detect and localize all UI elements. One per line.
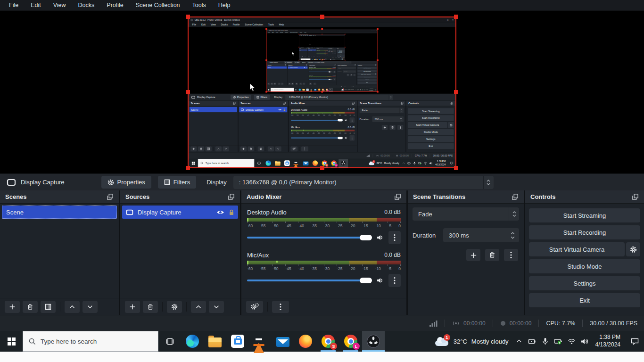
virtual-camera-settings-button[interactable] bbox=[626, 242, 640, 256]
popout-icon[interactable] bbox=[512, 193, 519, 200]
add-transition-button[interactable] bbox=[347, 74, 349, 75]
selection-handle[interactable] bbox=[377, 90, 379, 92]
volume-slider[interactable] bbox=[309, 71, 330, 72]
selection-handle[interactable] bbox=[298, 46, 299, 47]
remove-scene-button[interactable] bbox=[23, 301, 38, 313]
mixer-menu-button[interactable] bbox=[314, 82, 316, 84]
duration-spinbox[interactable]: 300 ms bbox=[343, 70, 356, 72]
taskbar-search-input[interactable]: Type here to search bbox=[198, 158, 254, 167]
virtual-camera-settings-button[interactable] bbox=[344, 52, 345, 53]
taskbar-firefox[interactable] bbox=[317, 88, 321, 91]
popout-icon[interactable] bbox=[107, 193, 114, 200]
studio-mode-button[interactable]: Studio Mode bbox=[337, 53, 345, 54]
wifi-tray-button[interactable] bbox=[566, 331, 578, 352]
remove-source-button[interactable] bbox=[291, 82, 294, 84]
selection-handle[interactable] bbox=[345, 33, 346, 34]
popout-icon[interactable] bbox=[394, 193, 401, 200]
lock-icon[interactable] bbox=[229, 209, 234, 215]
action-center-button[interactable] bbox=[625, 331, 644, 352]
settings-button[interactable]: Settings bbox=[529, 276, 640, 290]
exit-button[interactable]: Exit bbox=[357, 81, 377, 83]
menu-item[interactable]: Tools bbox=[186, 0, 212, 11]
volume-tray-button[interactable] bbox=[579, 331, 591, 352]
taskbar-search-input[interactable]: Type here to search bbox=[301, 58, 310, 59]
start-recording-button[interactable]: Start Recording bbox=[357, 69, 377, 72]
source-list-item[interactable]: Display Capture bbox=[122, 206, 238, 219]
combo-arrows-icon[interactable] bbox=[335, 49, 336, 50]
advanced-audio-button[interactable] bbox=[246, 301, 263, 313]
taskbar-vlc[interactable] bbox=[292, 158, 301, 167]
transition-select[interactable]: Fade bbox=[360, 107, 404, 113]
source-list-item[interactable]: Display Capture bbox=[239, 107, 287, 112]
channel-menu-button[interactable] bbox=[333, 70, 335, 73]
taskbar-file-explorer[interactable] bbox=[204, 331, 226, 352]
taskbar-obs[interactable] bbox=[329, 88, 333, 91]
display-capture-selection[interactable]: OBS 30.0.2 - Profile: Untitled - Scenes:… bbox=[266, 29, 378, 91]
taskbar-search-input[interactable]: Type here to search bbox=[23, 331, 158, 352]
visibility-eye-icon[interactable] bbox=[216, 210, 224, 215]
combo-arrows-icon[interactable] bbox=[354, 66, 356, 69]
transition-menu-button[interactable] bbox=[504, 249, 518, 261]
taskbar-chrome-2[interactable]: L bbox=[325, 88, 329, 91]
start-streaming-button[interactable]: Start Streaming bbox=[408, 108, 454, 114]
scene-list-item[interactable]: Scene bbox=[299, 49, 307, 50]
menu-item[interactable]: Docks bbox=[279, 31, 284, 33]
source-list-item[interactable]: Display Capture bbox=[288, 66, 307, 68]
source-up-button[interactable] bbox=[299, 82, 302, 84]
scene-down-button[interactable] bbox=[83, 301, 98, 313]
popout-icon[interactable] bbox=[327, 49, 328, 49]
task-view-button[interactable] bbox=[254, 158, 264, 167]
remove-transition-button[interactable] bbox=[389, 124, 395, 130]
source-down-button[interactable] bbox=[275, 146, 281, 151]
spinner-arrows-icon[interactable] bbox=[354, 71, 355, 72]
selection-handle[interactable] bbox=[345, 59, 346, 60]
start-virtual-camera-button[interactable]: Start Virtual Camera bbox=[408, 122, 447, 128]
menu-item[interactable]: Scene Collection bbox=[130, 0, 186, 11]
wifi-tray-button[interactable] bbox=[423, 158, 428, 167]
popout-icon[interactable] bbox=[344, 49, 345, 49]
taskbar-vlc[interactable] bbox=[309, 88, 313, 91]
battery-tray-button[interactable] bbox=[362, 88, 363, 91]
combo-arrows-icon[interactable] bbox=[483, 176, 494, 189]
show-hidden-icons-button[interactable] bbox=[513, 331, 525, 352]
spinner-arrows-icon[interactable] bbox=[399, 117, 403, 120]
scene-filters-button[interactable] bbox=[206, 146, 212, 151]
menu-item[interactable]: Edit bbox=[271, 31, 275, 33]
menu-item[interactable]: View bbox=[47, 0, 72, 11]
exit-button[interactable]: Exit bbox=[408, 143, 454, 148]
selection-handle[interactable] bbox=[265, 28, 267, 30]
selection-handle[interactable] bbox=[322, 33, 322, 34]
display-capture-selection[interactable]: OBS 30.0.2 - Profile: Untitled - Scenes:… bbox=[299, 34, 345, 60]
taskbar-clock[interactable]: 1:38 PM 4/13/2024 bbox=[368, 88, 374, 91]
properties-button[interactable]: Properties bbox=[101, 176, 151, 189]
menu-item[interactable]: File bbox=[267, 31, 271, 33]
taskbar-search-input[interactable]: Type here to search bbox=[271, 88, 294, 91]
menu-item[interactable]: Docks bbox=[72, 0, 101, 11]
transition-menu-button[interactable] bbox=[353, 74, 355, 75]
display-select[interactable]: : 644x362 @ 0,0 (Primary Monitor) bbox=[233, 176, 494, 189]
volume-slider[interactable] bbox=[291, 137, 343, 139]
advanced-audio-button[interactable] bbox=[290, 146, 297, 151]
start-recording-button[interactable]: Start Recording bbox=[408, 115, 454, 121]
taskbar-file-explorer[interactable] bbox=[302, 88, 305, 91]
start-button[interactable] bbox=[0, 331, 23, 352]
start-virtual-camera-button[interactable]: Start Virtual Camera bbox=[357, 73, 374, 75]
remove-scene-button[interactable] bbox=[271, 82, 273, 84]
battery-tray-button[interactable] bbox=[418, 158, 422, 167]
popout-icon[interactable] bbox=[334, 64, 336, 66]
meet-now-button[interactable] bbox=[407, 158, 412, 167]
add-transition-button[interactable] bbox=[332, 52, 333, 53]
minimize-button[interactable]: – bbox=[372, 30, 372, 31]
taskbar-store[interactable] bbox=[305, 88, 309, 91]
taskbar-edge[interactable] bbox=[181, 331, 204, 352]
selection-handle[interactable] bbox=[321, 28, 323, 30]
selection-handle[interactable] bbox=[320, 166, 324, 170]
advanced-audio-button[interactable] bbox=[309, 82, 312, 84]
selection-handle[interactable] bbox=[454, 15, 458, 19]
selection-handle[interactable] bbox=[454, 90, 458, 94]
meet-now-button[interactable] bbox=[357, 88, 359, 91]
speaker-icon[interactable] bbox=[331, 78, 333, 80]
lock-icon[interactable] bbox=[315, 49, 316, 50]
popout-icon[interactable] bbox=[233, 101, 236, 104]
display-capture-preview[interactable]: OBS 30.0.2 - Profile: Untitled - Scenes:… bbox=[188, 16, 456, 168]
